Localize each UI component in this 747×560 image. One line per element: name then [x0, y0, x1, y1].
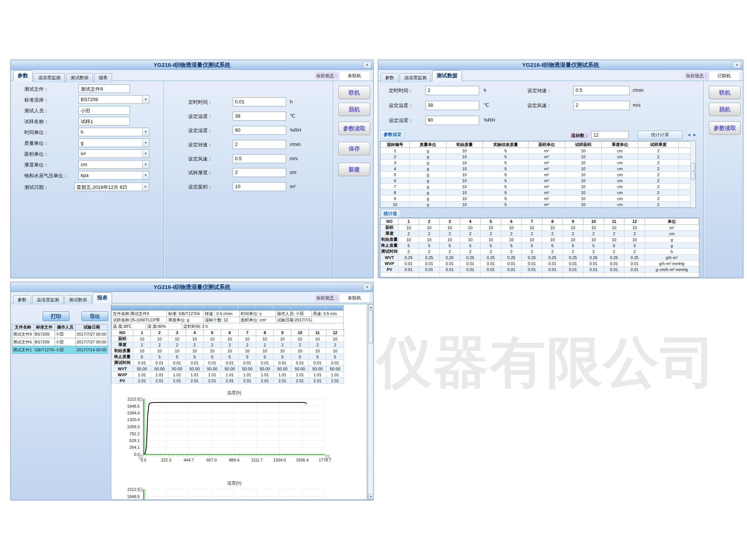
table-row[interactable]: 4g105m²10cm2	[381, 166, 691, 172]
win1-button-4[interactable]: 新建	[338, 163, 370, 176]
cell: 0.01	[501, 267, 522, 273]
table-row[interactable]: 8g105m²10cm2	[381, 190, 691, 196]
field-select[interactable]: in²▼	[78, 149, 149, 158]
cell: 2.01	[168, 378, 186, 384]
tab-win2-2[interactable]: 测试数据	[432, 70, 462, 81]
table-row[interactable]: 9g105m²10cm2	[381, 196, 691, 202]
cell: 50.00	[221, 366, 239, 372]
empty-row	[381, 273, 699, 278]
cell: 10	[440, 225, 460, 231]
info-cell: 湿杯个数: 12	[204, 317, 239, 323]
table-row[interactable]: 2g105m²10cm2	[381, 154, 691, 160]
unit-cell: g	[645, 243, 699, 249]
cell: 0.25	[624, 255, 645, 261]
table-row[interactable]: 3g105m²10cm2	[381, 160, 691, 166]
stat-calc-button[interactable]: 统计计算	[638, 131, 682, 139]
svg-text:1334.0: 1334.0	[273, 458, 286, 462]
table-header-row: NO123456789101112单位	[381, 218, 699, 225]
field-input[interactable]: 2	[233, 168, 286, 177]
print-button[interactable]: 打印	[43, 311, 69, 321]
win1-button-2[interactable]: 参数读取	[338, 122, 370, 135]
field-select[interactable]: g▼	[78, 139, 149, 147]
scroll-up-icon[interactable]: ▲	[368, 304, 373, 310]
field-select[interactable]: kpa▼	[78, 171, 149, 180]
cell: 2.01	[239, 378, 256, 384]
field-select[interactable]: BS7209▼	[78, 95, 149, 104]
field-input[interactable]: 试样1	[78, 117, 130, 125]
cell	[679, 166, 691, 172]
cell	[399, 273, 419, 278]
cell: 2	[481, 231, 501, 237]
setpoint-field-row: 设定风速：2m/s	[378, 101, 703, 111]
win3-titlebar[interactable]: YG216-I织物透湿量仪测试系统 ×	[11, 282, 373, 292]
field-value: 2	[235, 169, 238, 175]
field-select[interactable]: cm▼	[78, 160, 149, 169]
header-cell	[326, 306, 343, 310]
table-row[interactable]: 5g105m²10cm2	[381, 172, 691, 178]
cell: 0.25	[399, 255, 419, 261]
win1-button-1[interactable]: 脱机	[338, 103, 370, 116]
param-field-row: 质量单位：g▼	[14, 139, 163, 148]
cell: 10	[133, 348, 151, 354]
svg-text:1320.4: 1320.4	[127, 417, 140, 422]
field-input[interactable]: 2	[233, 140, 286, 149]
file-row[interactable]: 测试文件6BS7209小田2017/7/27 00:00	[12, 338, 108, 346]
column-header: 初始质量	[446, 141, 483, 148]
field-input[interactable]: 38	[233, 112, 286, 121]
scroll-down-icon[interactable]: ▼	[368, 494, 373, 500]
win1-button-0[interactable]: 联机	[338, 86, 370, 99]
row-label: 测试时间	[381, 249, 399, 255]
pager-arrows-icon[interactable]: ◀ ▶	[688, 133, 697, 137]
table-header-row: 湿杯编号质量单位初始质量实验结束质量面积单位试样面积厚度单位试样厚度	[381, 141, 691, 148]
field-input[interactable]: 测试文件9	[78, 84, 130, 93]
table-row[interactable]: 1g105m²10cm2	[381, 148, 691, 154]
tab-win1-0[interactable]: 参数	[13, 70, 32, 81]
row-label: 厚度	[112, 342, 133, 348]
table-row[interactable]: 7g105m²10cm2	[381, 184, 691, 190]
table-row[interactable]: 6g105m²10cm2	[381, 178, 691, 184]
win3-close-icon[interactable]: ×	[363, 284, 371, 290]
field-input[interactable]: 90	[233, 126, 286, 135]
field-label: 测试日期：	[24, 184, 49, 191]
win1-close-icon[interactable]: ×	[363, 62, 371, 68]
cell: 10	[522, 237, 542, 243]
export-button[interactable]: 导出	[81, 311, 108, 321]
info-cell: 文件名称:测试文件9	[112, 311, 167, 317]
cell: 0.01	[542, 261, 563, 267]
field-value: in²	[81, 151, 86, 156]
column-header: 12	[624, 218, 645, 225]
cell: m²	[529, 148, 565, 154]
field-input[interactable]: 0.5	[233, 154, 286, 163]
field-select[interactable]: 星期五,2019年12月 6日▼	[74, 183, 149, 191]
field-input[interactable]: 0.01	[233, 97, 286, 106]
field-input[interactable]: 0.5	[573, 86, 630, 95]
field-input[interactable]: 10	[233, 182, 286, 191]
table-row[interactable]: 10g105m²10cm2	[381, 202, 691, 208]
field-select[interactable]: h▼	[78, 128, 149, 136]
scroll-thumb[interactable]: ≡	[691, 163, 695, 180]
file-row[interactable]: 测试文件1GB/T12704小田2017/7/14 00:00	[12, 346, 108, 354]
scroll-thumb[interactable]	[369, 311, 373, 343]
cell: 2.01	[309, 378, 326, 384]
win2-button-1[interactable]: 脱机	[709, 103, 741, 116]
field-input[interactable]: 90	[425, 116, 479, 125]
win2-close-icon[interactable]: ×	[733, 62, 741, 68]
win1-button-3[interactable]: 保存	[338, 142, 370, 155]
win2-titlebar[interactable]: YG216-I织物透湿量仪测试系统 ×	[378, 60, 743, 70]
cell: 2	[239, 342, 256, 348]
cell: 2	[501, 231, 522, 237]
tab-win3-3[interactable]: 报表	[93, 292, 112, 303]
cell: 1.01	[221, 372, 239, 378]
file-row[interactable]: 测试文件9BS7209小田2017/7/27 00:00	[12, 330, 108, 338]
field-unit: r/min	[290, 141, 301, 147]
column-header: 3	[440, 218, 460, 225]
report-scrollbar[interactable]: ▲ ▼	[368, 304, 373, 500]
win2-button-0[interactable]: 联机	[709, 86, 741, 99]
win2-button-2[interactable]: 参数读取	[709, 121, 741, 135]
param-table-scrollbar[interactable]: ≡	[690, 141, 695, 208]
field-input[interactable]: 小田	[78, 106, 130, 115]
status-label: 当前状态：	[315, 72, 340, 80]
field-input[interactable]: 2	[573, 101, 630, 110]
win1-titlebar[interactable]: YG216-I织物透湿量仪测试系统 ×	[11, 60, 373, 70]
cup-count-input[interactable]: 12	[591, 131, 629, 139]
